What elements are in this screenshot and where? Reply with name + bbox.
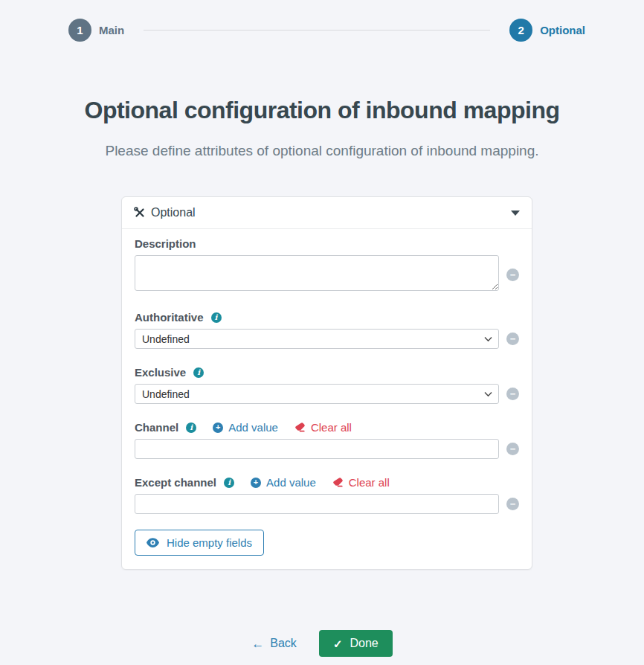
wizard-footer: ← Back ✓ Done: [0, 630, 644, 657]
except-channel-clear-all-link[interactable]: Clear all: [332, 476, 390, 489]
step-optional-number: 2: [509, 19, 532, 42]
info-icon[interactable]: i: [193, 367, 204, 378]
eraser-icon: [294, 422, 306, 433]
plus-circle-icon: +: [251, 478, 261, 488]
step-optional-label: Optional: [540, 24, 585, 36]
info-icon[interactable]: i: [186, 423, 196, 433]
channel-add-value-link[interactable]: + Add value: [213, 421, 278, 434]
field-except-channel: Except channel i + Add value Clear all −: [135, 476, 519, 514]
info-icon[interactable]: i: [211, 312, 222, 323]
field-description: Description −: [135, 237, 519, 294]
eye-icon: [146, 538, 159, 547]
minus-icon: −: [510, 499, 516, 509]
step-optional[interactable]: 2 Optional: [509, 19, 585, 42]
back-button[interactable]: ← Back: [251, 637, 297, 650]
check-icon: ✓: [333, 638, 343, 649]
wizard-stepper: 1 Main 2 Optional: [0, 0, 644, 42]
optional-panel: Optional Description − Authoritative i: [121, 196, 532, 570]
remove-authoritative-button[interactable]: −: [506, 332, 519, 345]
step-main-label: Main: [99, 24, 124, 36]
minus-icon: −: [510, 444, 516, 454]
except-channel-label: Except channel: [135, 476, 216, 489]
remove-exclusive-button[interactable]: −: [506, 388, 519, 400]
field-authoritative: Authoritative i Undefined −: [135, 311, 519, 349]
authoritative-select[interactable]: Undefined: [135, 329, 499, 349]
authoritative-label: Authoritative: [135, 311, 204, 324]
description-label: Description: [135, 237, 196, 250]
page-title: Optional configuration of inbound mappin…: [0, 98, 644, 122]
panel-body: Description − Authoritative i Undefined: [122, 229, 532, 569]
done-button[interactable]: ✓ Done: [319, 630, 393, 657]
remove-channel-button[interactable]: −: [506, 443, 519, 455]
step-main-number: 1: [68, 19, 91, 42]
except-channel-input[interactable]: [135, 494, 499, 514]
except-channel-add-value-link[interactable]: + Add value: [251, 476, 316, 489]
minus-icon: −: [510, 270, 516, 280]
add-value-label: Add value: [228, 421, 278, 434]
page-subtitle: Please define attributes of optional con…: [0, 143, 644, 159]
field-channel: Channel i + Add value Clear all −: [135, 421, 519, 459]
channel-input[interactable]: [135, 439, 499, 459]
exclusive-select[interactable]: Undefined: [135, 384, 499, 404]
plus-circle-icon: +: [213, 423, 223, 433]
clear-all-label: Clear all: [311, 421, 352, 434]
info-icon[interactable]: i: [224, 478, 234, 488]
chevron-down-icon: [511, 211, 520, 216]
back-label: Back: [270, 637, 297, 650]
hide-empty-fields-label: Hide empty fields: [167, 536, 252, 549]
description-textarea[interactable]: [135, 255, 499, 291]
eraser-icon: [332, 477, 344, 488]
minus-icon: −: [510, 334, 516, 344]
step-main[interactable]: 1 Main: [68, 19, 124, 42]
channel-clear-all-link[interactable]: Clear all: [294, 421, 352, 434]
add-value-label: Add value: [266, 476, 316, 489]
panel-title: Optional: [151, 206, 511, 219]
field-exclusive: Exclusive i Undefined −: [135, 366, 519, 404]
channel-label: Channel: [135, 421, 178, 434]
hide-empty-fields-button[interactable]: Hide empty fields: [135, 530, 264, 556]
minus-icon: −: [510, 389, 516, 399]
clear-all-label: Clear all: [349, 476, 390, 489]
tools-icon: [134, 207, 146, 219]
stepper-connector: [144, 30, 490, 30]
remove-except-channel-button[interactable]: −: [506, 498, 519, 510]
arrow-left-icon: ←: [251, 637, 264, 650]
done-label: Done: [350, 637, 378, 650]
remove-description-button[interactable]: −: [506, 269, 519, 281]
exclusive-label: Exclusive: [135, 366, 186, 379]
panel-header-optional[interactable]: Optional: [122, 197, 532, 229]
